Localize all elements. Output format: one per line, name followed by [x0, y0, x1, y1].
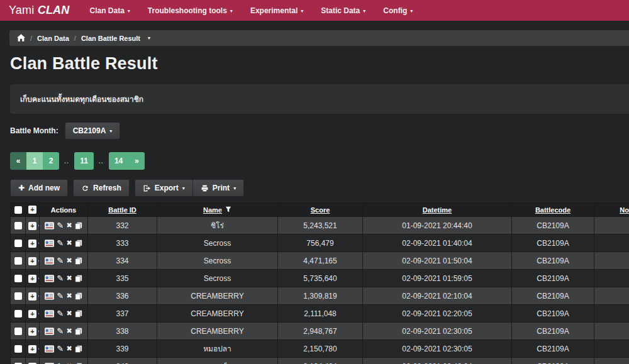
nav-item-experimental[interactable]: Experimental▾ [242, 0, 312, 21]
expand-row-icon[interactable]: + [28, 222, 36, 230]
delete-icon[interactable]: ✖ [66, 221, 72, 229]
edit-icon[interactable]: ✎ [57, 273, 64, 283]
table-row: +▾ ✎ ✖ 335 Secross 5,735,640 02-09-2021 … [11, 270, 629, 287]
export-button[interactable]: Export ▾ [135, 179, 193, 197]
delete-icon[interactable]: ✖ [66, 292, 72, 300]
nav-item-config[interactable]: Config▾ [374, 0, 421, 21]
delete-icon[interactable]: ✖ [66, 327, 72, 335]
printer-icon [201, 184, 209, 192]
copy-icon[interactable] [75, 328, 82, 335]
pagination-page-14[interactable]: 14 [109, 152, 128, 170]
edit-icon[interactable]: ✎ [57, 221, 64, 230]
edit-icon[interactable]: ✎ [57, 361, 64, 364]
copy-icon[interactable] [75, 310, 82, 317]
expand-row-icon[interactable]: + [28, 275, 36, 283]
chevron-down-icon: ▾ [363, 9, 365, 14]
copy-icon[interactable] [75, 257, 82, 265]
delete-icon[interactable]: ✖ [66, 239, 72, 247]
row-checkbox[interactable] [14, 292, 22, 300]
expand-row-icon[interactable]: + [28, 292, 36, 301]
refresh-button[interactable]: Refresh [73, 179, 130, 197]
edit-icon[interactable]: ✎ [57, 291, 64, 301]
delete-icon[interactable]: ✖ [66, 256, 72, 265]
edit-icon[interactable]: ✎ [57, 238, 64, 248]
expand-row-icon[interactable]: + [28, 345, 36, 353]
pagination-page-2[interactable]: 2 [43, 152, 59, 170]
expand-row-icon[interactable]: + [28, 328, 36, 336]
row-expand-cell: +▾ [26, 234, 40, 252]
sort-battle-id[interactable]: Battle ID [108, 206, 136, 214]
score-cell: 5,735,640 [278, 270, 363, 287]
brand-suffix: CLAN [38, 4, 70, 16]
view-details-icon[interactable] [45, 292, 54, 300]
refresh-icon [81, 184, 89, 192]
row-checkbox[interactable] [14, 310, 22, 317]
edit-icon[interactable]: ✎ [57, 309, 64, 318]
select-all-checkbox[interactable] [14, 206, 22, 214]
row-checkbox[interactable] [14, 275, 22, 282]
view-details-icon[interactable] [45, 222, 54, 229]
view-details-icon[interactable] [45, 345, 54, 353]
row-checkbox[interactable] [14, 345, 22, 353]
view-details-icon[interactable] [45, 257, 54, 265]
edit-icon[interactable]: ✎ [57, 326, 64, 336]
notes-cell [594, 305, 629, 323]
delete-icon[interactable]: ✖ [66, 274, 72, 282]
sort-datetime[interactable]: Datetime [423, 206, 452, 214]
brand-logo[interactable]: Yami CLAN [9, 4, 69, 17]
view-details-icon[interactable] [45, 240, 54, 247]
copy-icon[interactable] [75, 240, 82, 247]
edit-icon[interactable]: ✎ [57, 344, 64, 353]
sort-score[interactable]: Score [311, 206, 330, 214]
print-button[interactable]: Print ▾ [193, 179, 244, 197]
view-details-icon[interactable] [45, 275, 54, 282]
breadcrumb-dropdown-caret-icon[interactable]: ▾ [148, 35, 150, 41]
sort-notes[interactable]: Notes [620, 206, 629, 214]
nav-item-clan-data[interactable]: Clan Data▾ [81, 0, 138, 21]
nav-item-troubleshooting-tools[interactable]: Troubleshooting tools▾ [139, 0, 242, 21]
row-checkbox[interactable] [14, 328, 22, 335]
row-checkbox[interactable] [14, 222, 22, 229]
copy-icon[interactable] [75, 345, 82, 353]
home-icon[interactable] [17, 34, 25, 43]
score-cell: 1,309,819 [278, 287, 363, 305]
battle-id-cell: 338 [88, 323, 157, 340]
breadcrumb-clan-battle-result[interactable]: Clan Battle Result [81, 35, 140, 42]
pagination-page-11[interactable]: 11 [74, 152, 94, 170]
chevron-down-icon: ▾ [410, 9, 413, 14]
expand-row-icon[interactable]: + [28, 257, 36, 265]
delete-icon[interactable]: ✖ [66, 345, 72, 353]
row-checkbox[interactable] [14, 257, 22, 265]
breadcrumb-clan-data[interactable]: Clan Data [37, 35, 69, 42]
edit-icon[interactable]: ✎ [57, 256, 64, 265]
copy-icon[interactable] [75, 275, 82, 282]
battle-month-row: Battle Month: CB2109A ▾ [10, 122, 629, 140]
pagination-page-1[interactable]: 1 [26, 152, 43, 170]
sort-name[interactable]: Name [203, 206, 222, 214]
score-cell: 2,111,048 [278, 305, 363, 323]
view-details-icon[interactable] [45, 310, 54, 317]
expand-row-icon[interactable]: + [28, 310, 36, 318]
row-expand-cell: +▾ [26, 358, 40, 364]
pagination-ellipsis: .. [64, 157, 69, 165]
pagination-next-button[interactable]: » [128, 152, 145, 170]
add-new-button[interactable]: ✚ Add new [10, 179, 68, 197]
nav-item-static-data[interactable]: Static Data▾ [312, 0, 374, 21]
expand-all-icon[interactable]: + [28, 206, 36, 214]
breadcrumb-separator: / [74, 35, 76, 42]
row-checkbox[interactable] [14, 240, 22, 247]
delete-icon[interactable]: ✖ [66, 309, 72, 317]
datetime-cell: 02-09-2021 01:40:04 [363, 234, 512, 252]
battle-month-dropdown[interactable]: CB2109A ▾ [65, 122, 121, 140]
filter-funnel-icon[interactable] [225, 206, 231, 214]
copy-icon[interactable] [75, 292, 82, 300]
view-details-icon[interactable] [45, 328, 54, 335]
row-actions-cell: ✎ ✖ [40, 323, 88, 340]
name-cell: Secross [157, 234, 278, 252]
expand-row-icon[interactable]: + [28, 240, 36, 248]
sort-battlecode[interactable]: Battlecode [535, 206, 571, 214]
row-select-cell [11, 252, 26, 270]
pagination-prev-button[interactable]: « [10, 152, 26, 170]
table-row: +▾ ✎ ✖ 337 CREAMBERRY 2,111,048 02-09-20… [11, 305, 629, 323]
copy-icon[interactable] [75, 222, 82, 229]
